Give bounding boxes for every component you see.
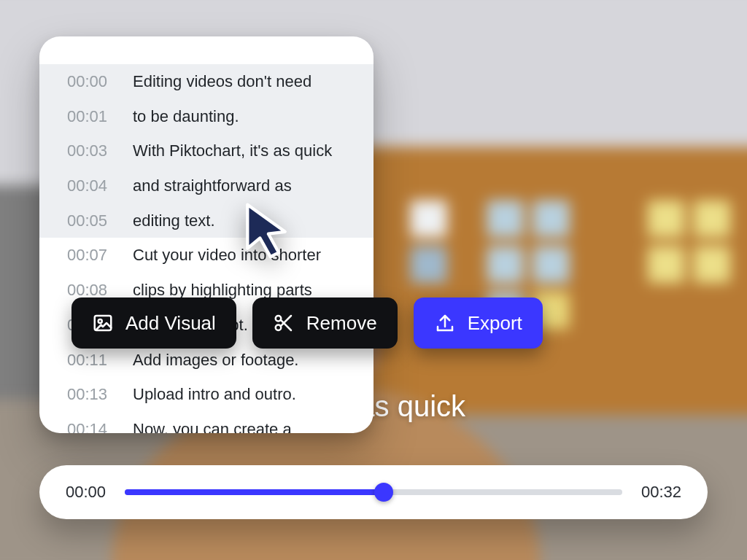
transcript-row[interactable]: 00:03With Piktochart, it's as quick: [39, 133, 374, 168]
transcript-row[interactable]: 00:07Cut your video into shorter: [39, 238, 374, 273]
transcript-timestamp: 00:00: [67, 71, 133, 93]
transcript-timestamp: 00:13: [67, 384, 133, 405]
transcript-text[interactable]: Editing videos don't need: [133, 71, 352, 93]
transcript-text[interactable]: Add images or footage.: [133, 349, 352, 371]
scissors-icon: [273, 312, 295, 334]
transcript-row[interactable]: 00:14Now, you can create a: [39, 412, 374, 433]
transcript-text[interactable]: and straightforward as: [133, 175, 352, 197]
selection-toolbar: Add Visual Remove Export: [71, 298, 543, 349]
transcript-row[interactable]: 00:01to be daunting.: [39, 99, 374, 134]
transcript-text[interactable]: to be daunting.: [133, 106, 352, 128]
transcript-row[interactable]: 00:04and straightforward as: [39, 168, 374, 203]
remove-label: Remove: [306, 312, 377, 335]
transcript-timestamp: 00:05: [67, 210, 133, 232]
transcript-row[interactable]: 00:00Editing videos don't need: [39, 64, 374, 99]
transcript-timestamp: 00:01: [67, 106, 133, 128]
playback-knob[interactable]: [374, 483, 393, 502]
playback-duration: 00:32: [641, 483, 681, 502]
transcript-timestamp: 00:07: [67, 244, 133, 266]
add-visual-button[interactable]: Add Visual: [71, 298, 236, 349]
add-visual-label: Add Visual: [125, 312, 216, 335]
svg-point-1: [98, 319, 102, 323]
transcript-timestamp: 00:04: [67, 175, 133, 197]
transcript-row[interactable]: 00:05editing text.: [39, 203, 374, 238]
playback-bar: 00:00 00:32: [39, 465, 708, 519]
transcript-text[interactable]: editing text.: [133, 210, 352, 232]
export-button[interactable]: Export: [414, 298, 543, 349]
transcript-text[interactable]: Upload intro and outro.: [133, 384, 352, 405]
transcript-text[interactable]: Now, you can create a: [133, 419, 352, 433]
transcript-timestamp: 00:11: [67, 349, 133, 371]
transcript-panel[interactable]: 00:00Editing videos don't need00:01to be…: [39, 36, 374, 433]
transcript-row[interactable]: 00:13Upload intro and outro.: [39, 377, 374, 412]
transcript-text[interactable]: With Piktochart, it's as quick: [133, 140, 352, 162]
remove-button[interactable]: Remove: [252, 298, 398, 349]
image-icon: [92, 312, 114, 334]
transcript-timestamp: 00:03: [67, 140, 133, 162]
playback-current-time: 00:00: [66, 483, 106, 502]
upload-icon: [434, 312, 456, 334]
transcript-text[interactable]: Cut your video into shorter: [133, 244, 352, 266]
playback-track[interactable]: [125, 489, 622, 495]
export-label: Export: [468, 312, 522, 335]
transcript-timestamp: 00:14: [67, 419, 133, 433]
